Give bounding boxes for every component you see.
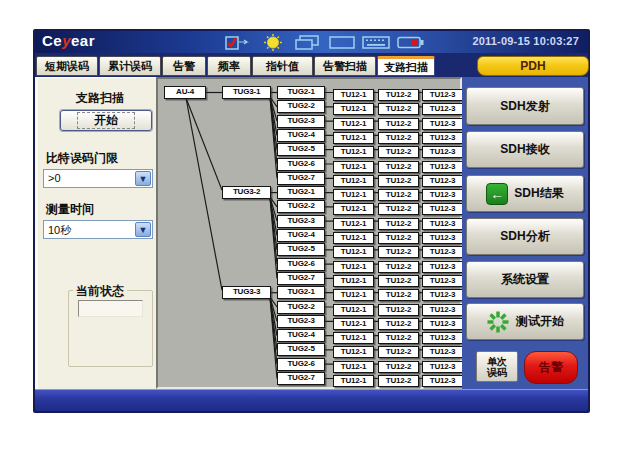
tree-node-tug3-3[interactable]: TUG3-3 [222,286,271,299]
tree-node-tu12-2-5-1[interactable]: TU12-1 [333,246,374,258]
tree-node-tu12-3-4-3[interactable]: TU12-3 [422,332,463,344]
tree-node-tu12-1-5-2[interactable]: TU12-2 [378,146,419,158]
tree-node-tug2-3-2[interactable]: TUG2-2 [277,301,325,314]
tree-node-tu12-1-2-1[interactable]: TU12-1 [333,103,374,115]
menu-button-4[interactable]: SDH分析 [466,218,584,255]
tree-node-tu12-2-5-2[interactable]: TU12-2 [378,246,419,258]
tree-node-tu12-3-6-3[interactable]: TU12-3 [422,361,463,373]
tree-node-tug3-2[interactable]: TUG3-2 [222,186,271,199]
chevron-down-icon[interactable]: ▼ [135,222,151,237]
tree-node-tug2-1-6[interactable]: TUG2-6 [277,158,325,171]
menu-button-5[interactable]: 系统设置 [466,261,584,298]
pdh-button[interactable]: PDH [477,56,589,76]
tab-2[interactable]: 累计误码 [99,56,161,76]
tree-node-tu12-2-6-1[interactable]: TU12-1 [333,261,374,273]
tree-node-tug2-2-1[interactable]: TUG2-1 [277,186,325,199]
tree-node-tug2-1-1[interactable]: TUG2-1 [277,86,325,99]
tree-node-tu12-3-7-2[interactable]: TU12-2 [378,375,419,387]
tree-node-tu12-2-4-2[interactable]: TU12-2 [378,232,419,244]
tree-node-tu12-2-1-2[interactable]: TU12-2 [378,189,419,201]
tree-node-tu12-2-2-2[interactable]: TU12-2 [378,203,419,215]
menu-button-2[interactable]: SDH接收 [466,131,584,168]
tree-node-tug2-1-5[interactable]: TUG2-5 [277,143,325,156]
single-error-button[interactable]: 单次 误码 [476,351,518,382]
tree-node-tu12-3-2-1[interactable]: TU12-1 [333,304,374,316]
tree-node-tu12-2-3-2[interactable]: TU12-2 [378,218,419,230]
tree-node-tug2-3-4[interactable]: TUG2-4 [277,329,325,342]
alarm-button[interactable]: 告警 [524,351,578,384]
bit-error-threshold-select[interactable]: >0 ▼ [43,169,153,188]
menu-button-1[interactable]: SDH发射 [466,87,584,125]
tree-node-tu12-3-1-2[interactable]: TU12-2 [378,289,419,301]
tree-node-tu12-1-4-2[interactable]: TU12-2 [378,132,419,144]
tree-node-tu12-1-5-3[interactable]: TU12-3 [422,146,463,158]
tree-node-tug2-2-5[interactable]: TUG2-5 [277,243,325,256]
tree-node-tu12-1-1-3[interactable]: TU12-3 [422,89,463,101]
tree-node-tu12-2-3-3[interactable]: TU12-3 [422,218,463,230]
tree-node-tug2-2-4[interactable]: TUG2-4 [277,229,325,242]
tree-node-tu12-1-4-3[interactable]: TU12-3 [422,132,463,144]
tree-node-tu12-2-1-1[interactable]: TU12-1 [333,189,374,201]
tree-node-tu12-3-3-1[interactable]: TU12-1 [333,318,374,330]
tree-node-tu12-2-2-3[interactable]: TU12-3 [422,203,463,215]
tree-node-tug2-2-3[interactable]: TUG2-3 [277,215,325,228]
tree-node-tu12-1-5-1[interactable]: TU12-1 [333,146,374,158]
tree-node-tu12-2-7-1[interactable]: TU12-1 [333,275,374,287]
tree-node-tu12-1-7-2[interactable]: TU12-2 [378,175,419,187]
tree-node-tu12-1-4-1[interactable]: TU12-1 [333,132,374,144]
chevron-down-icon[interactable]: ▼ [135,171,151,186]
tree-node-tu12-2-4-1[interactable]: TU12-1 [333,232,374,244]
tree-node-tu12-3-5-3[interactable]: TU12-3 [422,346,463,358]
tree-node-tu12-1-2-2[interactable]: TU12-2 [378,103,419,115]
tab-5[interactable]: 指针值 [252,56,313,76]
tree-node-tu12-2-6-2[interactable]: TU12-2 [378,261,419,273]
tree-node-tug2-2-6[interactable]: TUG2-6 [277,258,325,271]
tab-7[interactable]: 支路扫描 [377,56,435,76]
tree-node-tu12-3-3-2[interactable]: TU12-2 [378,318,419,330]
tree-node-tu12-1-1-2[interactable]: TU12-2 [378,89,419,101]
tree-node-tug2-2-7[interactable]: TUG2-7 [277,272,325,285]
tree-node-tug2-1-7[interactable]: TUG2-7 [277,172,325,185]
tree-node-tug2-3-6[interactable]: TUG2-6 [277,358,325,371]
measure-time-select[interactable]: 10秒 ▼ [43,220,153,239]
tree-node-tu12-1-1-1[interactable]: TU12-1 [333,89,374,101]
tree-node-tu12-1-3-2[interactable]: TU12-2 [378,118,419,130]
tree-node-tu12-3-6-1[interactable]: TU12-1 [333,361,374,373]
tree-node-au4[interactable]: AU-4 [164,86,206,99]
tree-node-tu12-2-7-3[interactable]: TU12-3 [422,275,463,287]
tree-node-tug2-1-2[interactable]: TUG2-2 [277,100,325,113]
tree-node-tu12-1-7-3[interactable]: TU12-3 [422,175,463,187]
tree-node-tug2-3-7[interactable]: TUG2-7 [277,372,325,385]
tree-node-tu12-3-1-1[interactable]: TU12-1 [333,289,374,301]
tree-node-tu12-1-6-1[interactable]: TU12-1 [333,161,374,173]
tree-node-tu12-3-3-3[interactable]: TU12-3 [422,318,463,330]
tree-node-tug3-1[interactable]: TUG3-1 [222,86,271,99]
tree-node-tug2-1-3[interactable]: TUG2-3 [277,115,325,128]
tree-node-tu12-2-6-3[interactable]: TU12-3 [422,261,463,273]
tree-node-tug2-3-3[interactable]: TUG2-3 [277,315,325,328]
tree-node-tu12-3-2-2[interactable]: TU12-2 [378,304,419,316]
tree-node-tu12-2-3-1[interactable]: TU12-1 [333,218,374,230]
tree-node-tug2-3-5[interactable]: TUG2-5 [277,343,325,356]
tree-node-tu12-2-2-1[interactable]: TU12-1 [333,203,374,215]
tree-node-tug2-3-1[interactable]: TUG2-1 [277,286,325,299]
tree-node-tu12-3-6-2[interactable]: TU12-2 [378,361,419,373]
tree-node-tug2-2-2[interactable]: TUG2-2 [277,200,325,213]
tree-node-tug2-1-4[interactable]: TUG2-4 [277,129,325,142]
tree-node-tu12-3-5-2[interactable]: TU12-2 [378,346,419,358]
tree-node-tu12-2-1-3[interactable]: TU12-3 [422,189,463,201]
tab-4[interactable]: 频率 [207,56,251,76]
tree-node-tu12-1-6-3[interactable]: TU12-3 [422,161,463,173]
tree-node-tu12-1-2-3[interactable]: TU12-3 [422,103,463,115]
tree-node-tu12-1-3-1[interactable]: TU12-1 [333,118,374,130]
tab-3[interactable]: 告警 [162,56,206,76]
tab-6[interactable]: 告警扫描 [314,56,376,76]
start-button[interactable]: 开始 [60,110,152,131]
tree-node-tu12-3-7-3[interactable]: TU12-3 [422,375,463,387]
tree-node-tu12-1-3-3[interactable]: TU12-3 [422,118,463,130]
tree-node-tu12-2-4-3[interactable]: TU12-3 [422,232,463,244]
menu-button-3[interactable]: ←SDH结果 [466,175,584,212]
tree-node-tu12-1-7-1[interactable]: TU12-1 [333,175,374,187]
tree-node-tu12-2-7-2[interactable]: TU12-2 [378,275,419,287]
tree-node-tu12-3-5-1[interactable]: TU12-1 [333,346,374,358]
